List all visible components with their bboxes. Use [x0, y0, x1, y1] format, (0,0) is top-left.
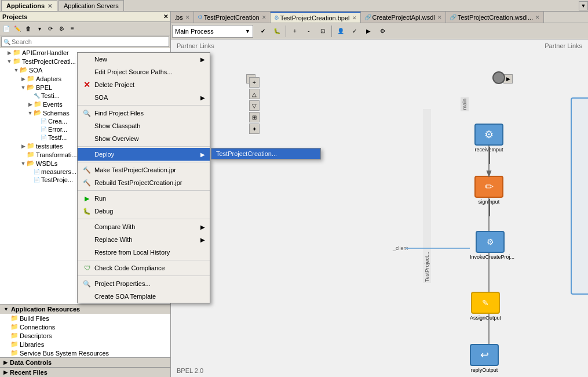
- app-resources-collapse-icon: ▼: [3, 306, 9, 312]
- tree-connections[interactable]: 📁 Connections: [0, 322, 170, 331]
- compare-icon: [82, 222, 92, 231]
- tab-applications[interactable]: Applications ✕: [1, 0, 57, 11]
- new-project-btn[interactable]: 📄: [1, 23, 12, 34]
- tab-test-proj-wsdl[interactable]: 🔗 TestProjectCreation.wsdl... ✕: [446, 12, 544, 23]
- process-dropdown-arrow: ▼: [245, 28, 250, 34]
- more-btn[interactable]: ≡: [67, 23, 78, 34]
- new-arrow: ▶: [200, 56, 205, 63]
- tab-bs[interactable]: .bs ✕: [171, 12, 194, 23]
- process-selector[interactable]: Main Process ▼: [172, 25, 253, 38]
- menu-sep-1: [78, 105, 210, 106]
- tab-applications-label: Applications: [6, 2, 45, 9]
- toolbar-sep-1: [286, 26, 286, 37]
- menu-item-show-overview[interactable]: Show Overview: [78, 132, 210, 145]
- menu-item-run[interactable]: ▶ Run: [78, 192, 210, 205]
- tab-tpw-close[interactable]: ✕: [535, 14, 540, 20]
- add-partner-btn[interactable]: 👤: [334, 25, 347, 38]
- debug-btn[interactable]: 🐛: [271, 25, 283, 38]
- canvas-tool-1[interactable]: +: [249, 77, 260, 88]
- create-soa-icon: [82, 292, 92, 301]
- validate-btn[interactable]: ✓: [348, 25, 361, 38]
- projects-panel-close[interactable]: ✕: [163, 13, 168, 20]
- properties-toolbar-btn[interactable]: ⚙: [376, 25, 389, 38]
- menu-sep-2: [78, 146, 210, 147]
- app-resources-panel[interactable]: ▼ Application Resources: [0, 304, 170, 314]
- tab-test-proj-creation[interactable]: ⚙ TestProjectCreation ✕: [194, 12, 271, 23]
- menu-item-replace[interactable]: Replace With ▶: [78, 233, 210, 246]
- show-overview-icon: [82, 134, 92, 143]
- tab-bs-close[interactable]: ✕: [185, 14, 190, 20]
- node-invoke-create[interactable]: ⚙ InvokeCreateProj...: [470, 231, 510, 260]
- tree-service-bus[interactable]: 📁 Service Bus System Resources: [0, 349, 170, 357]
- menu-item-edit-source[interactable]: Edit Project Source Paths...: [78, 66, 210, 78]
- menu-item-delete-project[interactable]: ✕ Delete Project: [78, 78, 210, 91]
- data-controls-panel[interactable]: ▶ Data Controls: [0, 357, 170, 367]
- tab-tpb-close[interactable]: ✕: [352, 15, 357, 21]
- menu-item-restore[interactable]: Restore from Local History: [78, 246, 210, 259]
- restore-icon: [82, 248, 92, 257]
- node-assign-output[interactable]: ✎ AssignOutput: [470, 292, 501, 321]
- canvas-tool-3[interactable]: ▽: [249, 100, 260, 111]
- tab-applications-close[interactable]: ✕: [48, 3, 52, 9]
- bpel-icon-2: ⚙: [274, 14, 279, 21]
- receive-input-icon: ⚙: [484, 128, 494, 141]
- zoom-out-btn[interactable]: -: [302, 25, 315, 38]
- recent-files-panel[interactable]: ▶ Recent Files: [0, 367, 170, 377]
- menu-item-create-soa[interactable]: Create SOA Template: [78, 290, 210, 303]
- menu-sep-7: [78, 276, 210, 276]
- sync-btn[interactable]: ⟳: [45, 23, 56, 34]
- menu-item-new[interactable]: New ▶: [78, 53, 210, 66]
- tab-test-proj-bpel[interactable]: ⚙ TestProjectCreation.bpel ✕: [271, 12, 361, 23]
- connector-1: [489, 147, 490, 164]
- project-props-icon: 🔍: [82, 279, 92, 288]
- menu-item-make[interactable]: 🔨 Make TestProjectCreation.jpr: [78, 164, 210, 176]
- canvas-tool-5[interactable]: ✦: [249, 124, 260, 134]
- filter-btn[interactable]: ▾: [34, 23, 45, 34]
- connector-2: [489, 199, 490, 216]
- partner-links-right-label: Partner Links: [545, 42, 582, 49]
- edit-btn[interactable]: ✏️: [12, 23, 23, 34]
- menu-item-debug[interactable]: 🐛 Debug: [78, 205, 210, 217]
- delete-project-icon: ✕: [82, 80, 92, 89]
- tab-app-servers[interactable]: Application Servers: [59, 0, 124, 11]
- find-files-icon: 🔍: [82, 108, 92, 118]
- menu-item-show-classpath[interactable]: Show Classpath: [78, 119, 210, 132]
- settings-btn[interactable]: ⚙: [56, 23, 67, 34]
- client-label: _client: [393, 245, 408, 251]
- reply-output-icon: ↩: [480, 349, 489, 361]
- app-resources-label: Application Resources: [11, 306, 80, 313]
- replace-arrow: ▶: [200, 237, 205, 243]
- search-box: 🔍: [1, 37, 169, 47]
- canvas-tool-4[interactable]: ⊞: [249, 112, 260, 122]
- data-controls-collapse-icon: ▶: [3, 360, 8, 365]
- search-input[interactable]: [12, 38, 167, 45]
- run-btn[interactable]: ✔: [257, 25, 269, 38]
- menu-sep-6: [78, 260, 210, 260]
- menu-item-soa[interactable]: SOA ▶: [78, 91, 210, 104]
- node-reply-output[interactable]: ↩ replyOutput: [470, 344, 499, 373]
- tree-libraries[interactable]: 📁 Libraries: [0, 340, 170, 349]
- tree-descriptors[interactable]: 📁 Descriptors: [0, 331, 170, 340]
- canvas-tool-2[interactable]: △: [249, 89, 260, 99]
- menu-item-rebuild[interactable]: 🔨 Rebuild TestProjectCreation.jpr: [78, 176, 210, 189]
- wsdl-icon-2: 🔗: [450, 14, 456, 20]
- reply-output-label: replyOutput: [471, 367, 498, 373]
- menu-item-find-files[interactable]: 🔍 Find Project Files: [78, 107, 210, 119]
- tab-tpc-close[interactable]: ✕: [262, 14, 266, 20]
- zoom-in-btn[interactable]: +: [288, 25, 301, 38]
- delete-btn[interactable]: 🗑: [23, 23, 34, 34]
- tree-build-files[interactable]: 📁 Build Files: [0, 314, 170, 322]
- fit-btn[interactable]: ⊡: [316, 25, 329, 38]
- data-controls-label: Data Controls: [10, 359, 52, 366]
- menu-item-project-props[interactable]: 🔍 Project Properties...: [78, 277, 210, 290]
- menu-item-compare[interactable]: Compare With ▶: [78, 220, 210, 233]
- tab-create-api-wsdl[interactable]: 🔗 CreateProjectApi.wsdl ✕: [361, 12, 446, 23]
- deploy-toolbar-btn[interactable]: ▶: [362, 25, 375, 38]
- recent-files-collapse-icon: ▶: [3, 369, 8, 375]
- panel-options-btn[interactable]: ▼: [579, 1, 588, 10]
- menu-item-check-compliance[interactable]: 🛡 Check Code Compliance: [78, 262, 210, 274]
- menu-item-deploy[interactable]: Deploy ▶ TestProjectCreation...: [78, 148, 210, 161]
- bpel-canvas: Partner Links Partner Links ◀ ▶ + △ ▽ ⊞ …: [171, 39, 588, 377]
- tab-caw-close[interactable]: ✕: [437, 14, 442, 20]
- submenu-item-deploy-test[interactable]: TestProjectCreation...: [211, 148, 320, 159]
